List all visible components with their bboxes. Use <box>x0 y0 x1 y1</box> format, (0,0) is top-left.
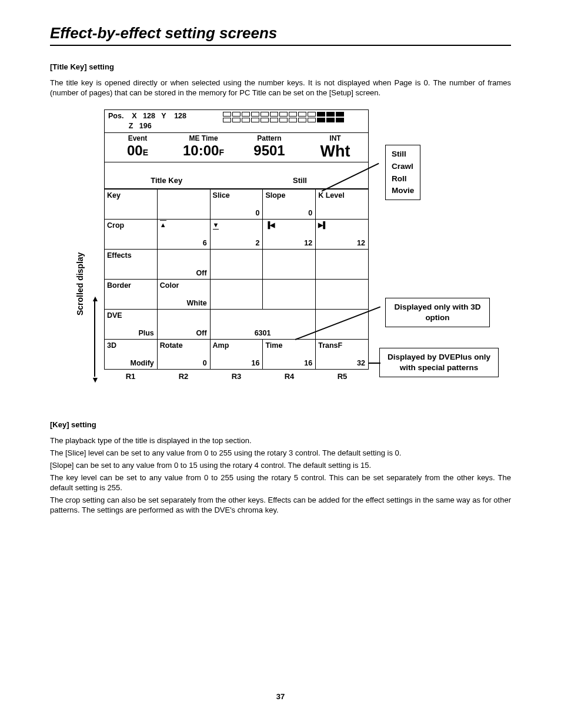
row-dve: DVEPlus Off 6301 <box>105 309 369 339</box>
box1-movie: Movie <box>392 185 414 196</box>
rotary-labels: R1 R2 R3 R4 R5 <box>104 372 369 382</box>
slope-label: Slope <box>265 191 285 200</box>
z-label: Z <box>129 122 133 130</box>
crop-left-icon: ▐◀ <box>265 221 275 229</box>
row-border: Border ColorWhite <box>105 279 369 309</box>
settings-panel: Pos. X 128 Y 128 Z 196 <box>104 109 369 381</box>
y-label: Y <box>161 112 166 120</box>
time-value: 16 <box>304 358 312 368</box>
key-p2: The [Slice] level can be set to any valu… <box>50 448 511 458</box>
amp-label: Amp <box>213 341 229 350</box>
key-label: Key <box>107 191 121 200</box>
key-p1: The playback type of the title is displa… <box>50 436 511 446</box>
connector-line-3 <box>369 363 380 364</box>
x-value: 128 <box>143 112 155 120</box>
event-value: 00 <box>127 142 143 158</box>
crop-label: Crop <box>107 221 124 230</box>
dve-label: DVE <box>107 311 122 320</box>
klevel-label: K Level <box>318 191 344 200</box>
box1-roll: Roll <box>392 174 407 184</box>
3d-option-box: Displayed only with 3D option <box>385 298 490 327</box>
effects-value: Off <box>196 268 207 278</box>
row-3d: 3DModify Rotate0 Amp16 Time16 TransF32 <box>105 339 369 369</box>
crop-left-value: 12 <box>304 238 312 248</box>
transf-label: TransF <box>318 341 342 350</box>
time-label: Time <box>265 341 282 350</box>
r1-label: R1 <box>104 372 157 382</box>
rotate-value: 0 <box>203 358 207 368</box>
r4-label: R4 <box>263 372 316 382</box>
title-row: Title Key Still <box>104 162 369 189</box>
slope-value: 0 <box>308 208 312 218</box>
diagram: Scrolled display ▲ ▼ Pos. X 128 Y 128 Z … <box>57 109 504 410</box>
page-number: 37 <box>50 692 511 702</box>
event-row: Event 00E ME Time 10:00F Pattern 9501 IN… <box>104 133 369 162</box>
y-value: 128 <box>174 112 186 120</box>
position-row: Pos. X 128 Y 128 Z 196 <box>104 109 369 133</box>
row-crop: Crop ▲6 ▼2 ▐◀12 ▶▌12 <box>105 219 369 249</box>
3d-label: 3D <box>107 341 116 350</box>
box1-crawl: Crawl <box>392 161 413 172</box>
arrow-down-icon: ▼ <box>91 374 99 385</box>
effects-label: Effects <box>107 251 132 260</box>
event-suffix: E <box>143 148 148 157</box>
slice-value: 0 <box>255 208 259 218</box>
z-value: 196 <box>139 122 152 130</box>
transf-value: 32 <box>357 358 365 368</box>
crop-bottom-value: 2 <box>255 238 259 248</box>
row-key: Key Slice0 Slope0 K Level <box>105 189 369 219</box>
pos-label: Pos. <box>108 112 123 120</box>
r5-label: R5 <box>316 372 369 382</box>
row-effects: Effects Off <box>105 249 369 279</box>
crop-bottom-icon: ▼ <box>213 221 219 229</box>
x-label: X <box>132 112 136 120</box>
page-title: Effect-by-effect setting screens <box>50 24 511 46</box>
still-label: Still <box>236 176 363 186</box>
box1-still: Still <box>392 149 406 159</box>
title-key-label: Title Key <box>109 176 223 186</box>
dve-pattern-value: 6301 <box>210 328 315 338</box>
r3-label: R3 <box>210 372 263 382</box>
scrolled-display-label: Scrolled display <box>75 252 85 315</box>
3d-modify: Modify <box>131 358 154 368</box>
metime-suffix: F <box>219 148 224 157</box>
color-label: Color <box>160 281 179 290</box>
amp-value: 16 <box>251 358 259 368</box>
dve-value: Off <box>196 328 207 338</box>
rotate-label: Rotate <box>160 341 183 350</box>
slice-label: Slice <box>213 191 230 200</box>
arrow-shaft <box>94 301 95 377</box>
crop-right-value: 12 <box>357 238 365 248</box>
dve-plus: Plus <box>138 328 153 338</box>
key-setting-heading: [Key] setting <box>50 420 511 430</box>
r2-label: R2 <box>157 372 210 382</box>
crop-right-icon: ▶▌ <box>318 221 328 229</box>
key-p3: [Slope] can be set to any value from 0 t… <box>50 461 511 471</box>
metime-value: 10:00 <box>183 142 219 158</box>
title-key-heading: [Title Key] setting <box>50 62 511 72</box>
int-value: Wht <box>305 144 366 159</box>
dveplus-box: Displayed by DVEPlus only with special p… <box>379 348 499 377</box>
crop-top-value: 6 <box>203 238 207 248</box>
border-label: Border <box>107 281 131 290</box>
pattern-value: 9501 <box>239 144 300 158</box>
key-p4: The key level can be set to any value fr… <box>50 473 511 493</box>
key-p5: The crop setting can also be set separat… <box>50 496 511 516</box>
crop-top-icon: ▲ <box>160 221 166 229</box>
playback-types-box: Still Crawl Roll Movie <box>385 145 420 200</box>
small-rects <box>223 111 365 124</box>
settings-grid: Key Slice0 Slope0 K Level Crop ▲6 ▼2 ▐◀1… <box>104 189 369 370</box>
title-key-intro: The title key is opened directly or when… <box>50 78 511 98</box>
color-value: White <box>187 298 207 308</box>
